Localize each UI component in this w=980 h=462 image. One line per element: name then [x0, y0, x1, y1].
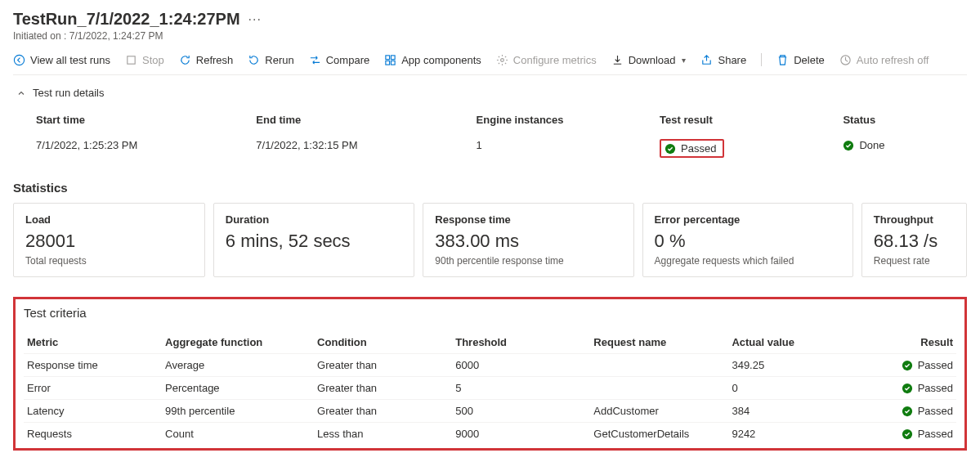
- col-result: Result: [870, 336, 953, 348]
- stat-card-load: Load 28001 Total requests: [13, 203, 205, 277]
- stat-label: Error percentage: [655, 213, 841, 226]
- app-components-button[interactable]: App components: [384, 54, 481, 66]
- share-button[interactable]: Share: [700, 54, 746, 66]
- cell-actual-value: 9242: [732, 428, 870, 440]
- cell-condition: Less than: [317, 428, 455, 440]
- stat-value: 28001: [25, 231, 193, 252]
- check-circle-icon: [843, 140, 854, 151]
- command-bar: View all test runs Stop Refresh Rerun Co…: [13, 53, 967, 75]
- cell-metric: Response time: [27, 359, 165, 371]
- col-test-result: Test result: [660, 114, 843, 126]
- statistics-title: Statistics: [13, 181, 967, 195]
- compare-button[interactable]: Compare: [309, 54, 369, 66]
- cell-aggregate: Average: [165, 359, 317, 371]
- download-label: Download: [629, 54, 676, 66]
- cell-threshold: 5: [455, 382, 593, 394]
- stat-value: 0 %: [655, 231, 841, 252]
- stat-value: 6 mins, 52 secs: [226, 231, 403, 252]
- cell-request-name: AddCustomer: [593, 405, 732, 417]
- stat-card-error-percentage: Error percentage 0 % Aggregate requests …: [642, 203, 853, 277]
- check-circle-icon: [902, 360, 913, 371]
- svg-point-0: [14, 55, 24, 65]
- criteria-row: Latency 99th percentile Greater than 500…: [24, 400, 956, 423]
- cell-engine-instances: 1: [477, 139, 660, 158]
- cell-threshold: 9000: [455, 428, 593, 440]
- cell-metric: Error: [27, 382, 165, 394]
- test-run-details-toggle[interactable]: Test run details: [16, 87, 967, 99]
- check-circle-icon: [665, 143, 676, 155]
- check-circle-icon: [902, 406, 913, 417]
- test-criteria-section: Test criteria Metric Aggregate function …: [13, 297, 967, 451]
- cell-aggregate: Percentage: [165, 382, 317, 394]
- status-value: Done: [859, 139, 884, 151]
- app-components-label: App components: [401, 54, 481, 66]
- app-components-icon: [384, 54, 396, 66]
- more-actions-button[interactable]: ···: [248, 12, 262, 27]
- col-request-name: Request name: [593, 336, 732, 348]
- result-badge: Passed: [902, 405, 953, 417]
- cell-threshold: 500: [455, 405, 593, 417]
- view-all-label: View all test runs: [30, 54, 110, 66]
- rerun-label: Rerun: [265, 54, 293, 66]
- stat-card-duration: Duration 6 mins, 52 secs: [213, 203, 415, 277]
- svg-rect-5: [392, 61, 396, 65]
- auto-refresh-label: Auto refresh off: [857, 54, 929, 66]
- stat-desc: 90th percentile response time: [435, 255, 621, 267]
- criteria-row: Error Percentage Greater than 5 0 Passed: [24, 377, 956, 400]
- cell-metric: Requests: [27, 428, 165, 440]
- stop-icon: [125, 54, 137, 66]
- initiated-on-label: Initiated on : 7/1/2022, 1:24:27 PM: [13, 30, 967, 42]
- cell-actual-value: 0: [732, 382, 870, 394]
- stat-label: Response time: [435, 213, 621, 226]
- status-badge: Done: [843, 139, 884, 151]
- cell-condition: Greater than: [317, 382, 455, 394]
- chevron-up-icon: [16, 88, 26, 98]
- col-status: Status: [843, 114, 980, 126]
- result-value: Passed: [918, 359, 953, 371]
- test-run-details-table: Start time End time Engine instances Tes…: [36, 107, 980, 164]
- stat-value: 68.13 /s: [874, 231, 955, 252]
- download-icon: [611, 54, 624, 66]
- refresh-button[interactable]: Refresh: [179, 54, 234, 66]
- cell-condition: Greater than: [317, 405, 455, 417]
- rerun-icon: [248, 54, 260, 66]
- stat-card-throughput: Throughput 68.13 /s Request rate: [861, 203, 967, 277]
- stat-label: Load: [25, 213, 193, 226]
- stat-value: 383.00 ms: [435, 231, 621, 252]
- toolbar-separator: [761, 53, 762, 66]
- cell-threshold: 6000: [455, 359, 593, 371]
- page-title: TestRun_7/1/2022_1:24:27PM: [13, 10, 240, 29]
- svg-point-6: [500, 58, 503, 61]
- clock-icon: [839, 54, 852, 66]
- cell-aggregate: Count: [165, 428, 317, 440]
- delete-button[interactable]: Delete: [776, 54, 825, 66]
- share-icon: [700, 54, 713, 66]
- stat-card-response-time: Response time 383.00 ms 90th percentile …: [423, 203, 633, 277]
- cell-condition: Greater than: [317, 359, 455, 371]
- check-circle-icon: [902, 383, 913, 394]
- stat-desc: Request rate: [874, 255, 955, 267]
- cell-start-time: 7/1/2022, 1:25:23 PM: [36, 139, 256, 158]
- col-condition: Condition: [317, 336, 455, 348]
- test-result-badge: Passed: [660, 139, 724, 158]
- stat-desc: Aggregate requests which failed: [655, 255, 841, 267]
- col-start-time: Start time: [36, 114, 256, 126]
- back-arrow-icon: [13, 54, 25, 66]
- cell-actual-value: 384: [732, 405, 870, 417]
- result-value: Passed: [918, 405, 953, 417]
- check-circle-icon: [902, 428, 913, 440]
- stat-label: Duration: [226, 213, 403, 226]
- test-result-value: Passed: [681, 142, 716, 155]
- rerun-button[interactable]: Rerun: [248, 54, 293, 66]
- stop-label: Stop: [142, 54, 164, 66]
- delete-icon: [776, 54, 789, 66]
- share-label: Share: [718, 54, 746, 66]
- download-button[interactable]: Download ▾: [611, 54, 687, 66]
- test-criteria-title: Test criteria: [24, 306, 956, 320]
- criteria-row: Response time Average Greater than 6000 …: [24, 354, 956, 377]
- stat-label: Throughput: [874, 213, 955, 226]
- result-badge: Passed: [902, 359, 953, 371]
- test-run-details-label: Test run details: [33, 87, 104, 99]
- view-all-test-runs-button[interactable]: View all test runs: [13, 54, 110, 66]
- compare-icon: [309, 54, 321, 66]
